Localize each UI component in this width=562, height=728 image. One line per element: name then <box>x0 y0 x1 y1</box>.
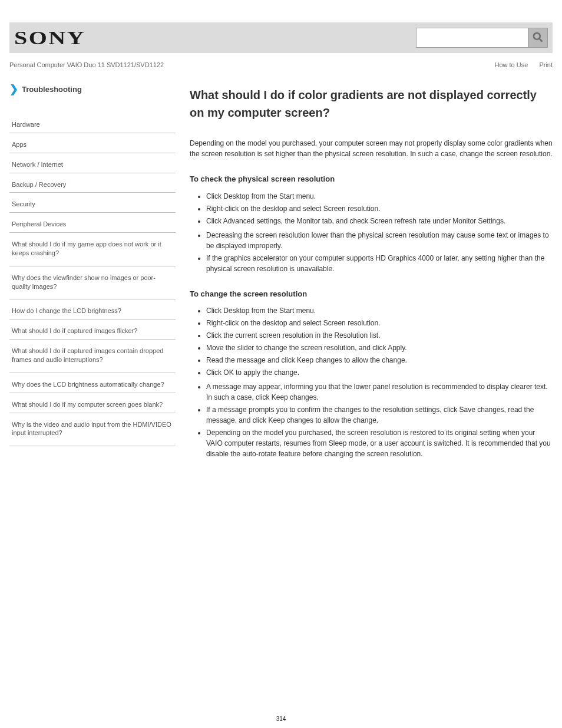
sidebar-item-backup[interactable]: Backup / Recovery <box>9 173 176 193</box>
svg-line-1 <box>540 38 543 41</box>
article: What should I do if color gradients are … <box>190 83 553 463</box>
list-item: Move the slider to change the screen res… <box>206 342 553 353</box>
product-name: Personal Computer VAIO Duo 11 SVD1121/SV… <box>9 61 164 68</box>
howto-link[interactable]: How to Use <box>494 61 528 68</box>
sidebar-item-label: Why does the viewfinder show no images o… <box>12 274 156 290</box>
sidebar-item-viewfinder[interactable]: Why does the viewfinder show no images o… <box>9 266 176 300</box>
sidebar-item-flicker[interactable]: What should I do if captured images flic… <box>9 319 176 340</box>
article-list: Decreasing the screen resolution lower t… <box>190 230 553 274</box>
sidebar-item-label: What should I do if my computer screen g… <box>12 401 163 408</box>
sidebar-item-label: Apps <box>12 141 27 148</box>
article-list: A message may appear, informing you that… <box>190 381 553 459</box>
sidebar-item-hardware[interactable]: Hardware <box>9 113 176 133</box>
sidebar-item-label: Hardware <box>12 121 40 128</box>
article-subheading: To change the screen resolution <box>190 288 553 300</box>
list-item: Right-click on the desktop and select Sc… <box>206 318 553 328</box>
sidebar-item-label: How do I change the LCD brightness? <box>12 307 121 314</box>
brand-logo: Sony <box>14 27 85 49</box>
list-item: Right-click on the desktop and select Sc… <box>206 203 553 214</box>
svg-point-0 <box>534 32 540 39</box>
sidebar-item-label: Why does the LCD brightness automaticall… <box>12 381 164 388</box>
sidebar-item-label: What should I do if my game app does not… <box>12 241 161 256</box>
search-input[interactable] <box>416 28 528 47</box>
list-item: Click Desktop from the Start menu. <box>206 305 553 316</box>
sidebar-item-game-crash[interactable]: What should I do if my game app does not… <box>9 233 176 266</box>
list-item: A message may appear, informing you that… <box>206 381 553 403</box>
search <box>416 28 548 48</box>
sidebar-item-lcd-brightness[interactable]: How do I change the LCD brightness? <box>9 299 176 319</box>
sidebar-item-hdmi-interrupt[interactable]: Why is the video and audio input from th… <box>9 413 176 447</box>
list-item: If a message prompts you to confirm the … <box>206 404 553 426</box>
sidebar-heading-label: Troubleshooting <box>22 85 82 94</box>
list-item: If the graphics accelerator on your comp… <box>206 253 553 274</box>
article-list: Click Desktop from the Start menu. Right… <box>190 305 553 378</box>
list-item: Click Advanced settings, the Monitor tab… <box>206 216 553 226</box>
sidebar-item-dropped-frames[interactable]: What should I do if captured images cont… <box>9 340 176 373</box>
subheader: Personal Computer VAIO Duo 11 SVD1121/SV… <box>9 53 553 77</box>
sidebar-item-label: Backup / Recovery <box>12 181 66 188</box>
article-paragraph: Depending on the model you purchased, yo… <box>190 138 553 159</box>
sidebar-item-network[interactable]: Network / Internet <box>9 153 176 173</box>
list-item: Depending on the model you purchased, th… <box>206 427 553 459</box>
sidebar-item-label: Security <box>12 200 35 207</box>
article-title: What should I do if color gradients are … <box>190 86 553 121</box>
sidebar-item-label: Why is the video and audio input from th… <box>12 421 171 437</box>
article-subheading: To check the physical screen resolution <box>190 173 553 185</box>
sidebar-item-auto-brightness[interactable]: Why does the LCD brightness automaticall… <box>9 373 176 393</box>
list-item: Click the current screen resolution in t… <box>206 330 553 341</box>
list-item: Decreasing the screen resolution lower t… <box>206 230 553 251</box>
sidebar-item-label: What should I do if captured images cont… <box>12 347 163 363</box>
search-button[interactable] <box>528 28 547 47</box>
list-item: Read the message and click Keep changes … <box>206 355 553 365</box>
header: Sony <box>9 22 553 53</box>
sidebar-item-blank-screen[interactable]: What should I do if my computer screen g… <box>9 393 176 413</box>
sidebar-item-label: Network / Internet <box>12 161 63 168</box>
sidebar-item-label: What should I do if captured images flic… <box>12 327 137 334</box>
sidebar-heading: ❯ Troubleshooting <box>9 83 176 95</box>
sidebar-item-peripheral[interactable]: Peripheral Devices <box>9 213 176 233</box>
search-icon <box>532 31 544 45</box>
sidebar-item-label: Peripheral Devices <box>12 220 66 228</box>
page-number: 314 <box>0 716 562 722</box>
list-item: Click OK to apply the change. <box>206 367 553 378</box>
chevron-right-icon: ❯ <box>9 83 18 95</box>
sidebar-item-security[interactable]: Security <box>9 193 176 213</box>
list-item: Click Desktop from the Start menu. <box>206 191 553 202</box>
print-link[interactable]: Print <box>539 61 553 68</box>
sidebar-item-apps[interactable]: Apps <box>9 133 176 153</box>
article-list: Click Desktop from the Start menu. Right… <box>190 191 553 226</box>
sidebar: ❯ Troubleshooting Hardware Apps Network … <box>9 83 176 463</box>
